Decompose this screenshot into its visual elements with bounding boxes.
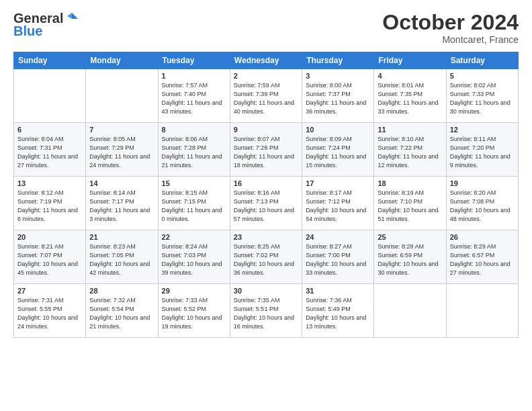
calendar-cell bbox=[86, 69, 158, 123]
calendar-cell: 29Sunrise: 7:33 AM Sunset: 5:52 PM Dayli… bbox=[158, 284, 230, 338]
calendar-cell: 10Sunrise: 8:09 AM Sunset: 7:24 PM Dayli… bbox=[302, 123, 374, 177]
calendar-cell: 5Sunrise: 8:02 AM Sunset: 7:33 PM Daylig… bbox=[446, 69, 518, 123]
calendar-table: Sunday Monday Tuesday Wednesday Thursday… bbox=[13, 52, 519, 338]
day-number: 15 bbox=[162, 179, 226, 187]
calendar-cell: 4Sunrise: 8:01 AM Sunset: 7:35 PM Daylig… bbox=[374, 69, 446, 123]
week-row-3: 13Sunrise: 8:12 AM Sunset: 7:19 PM Dayli… bbox=[14, 177, 519, 230]
day-number: 25 bbox=[378, 233, 442, 241]
col-sunday: Sunday bbox=[14, 52, 86, 69]
calendar-cell: 15Sunrise: 8:15 AM Sunset: 7:15 PM Dayli… bbox=[158, 177, 230, 230]
day-info: Sunrise: 7:59 AM Sunset: 7:39 PM Dayligh… bbox=[234, 81, 298, 116]
month-title: October 2024 bbox=[382, 11, 519, 34]
calendar-cell: 11Sunrise: 8:10 AM Sunset: 7:22 PM Dayli… bbox=[374, 123, 446, 177]
calendar-cell: 7Sunrise: 8:05 AM Sunset: 7:29 PM Daylig… bbox=[86, 123, 158, 177]
col-tuesday: Tuesday bbox=[158, 52, 230, 69]
day-info: Sunrise: 7:36 AM Sunset: 5:49 PM Dayligh… bbox=[306, 296, 370, 331]
svg-marker-0 bbox=[72, 13, 78, 19]
calendar-cell: 25Sunrise: 8:28 AM Sunset: 6:59 PM Dayli… bbox=[374, 230, 446, 284]
day-info: Sunrise: 8:27 AM Sunset: 7:00 PM Dayligh… bbox=[306, 242, 370, 277]
day-number: 1 bbox=[162, 72, 226, 80]
day-info: Sunrise: 8:12 AM Sunset: 7:19 PM Dayligh… bbox=[17, 189, 82, 224]
col-monday: Monday bbox=[86, 52, 158, 69]
day-info: Sunrise: 8:11 AM Sunset: 7:20 PM Dayligh… bbox=[450, 135, 515, 170]
calendar-cell: 31Sunrise: 7:36 AM Sunset: 5:49 PM Dayli… bbox=[302, 284, 374, 338]
day-number: 27 bbox=[17, 287, 82, 295]
calendar-cell: 24Sunrise: 8:27 AM Sunset: 7:00 PM Dayli… bbox=[302, 230, 374, 284]
day-number: 31 bbox=[306, 287, 370, 295]
day-number: 13 bbox=[17, 179, 82, 187]
day-number: 26 bbox=[450, 233, 515, 241]
day-info: Sunrise: 8:21 AM Sunset: 7:07 PM Dayligh… bbox=[17, 242, 82, 277]
calendar-cell: 22Sunrise: 8:24 AM Sunset: 7:03 PM Dayli… bbox=[158, 230, 230, 284]
header-row: Sunday Monday Tuesday Wednesday Thursday… bbox=[14, 52, 519, 69]
day-number: 6 bbox=[17, 126, 82, 134]
day-number: 16 bbox=[234, 179, 298, 187]
calendar-cell: 23Sunrise: 8:25 AM Sunset: 7:02 PM Dayli… bbox=[230, 230, 302, 284]
calendar-cell: 19Sunrise: 8:20 AM Sunset: 7:08 PM Dayli… bbox=[446, 177, 518, 230]
week-row-4: 20Sunrise: 8:21 AM Sunset: 7:07 PM Dayli… bbox=[14, 230, 519, 284]
day-info: Sunrise: 8:20 AM Sunset: 7:08 PM Dayligh… bbox=[450, 189, 515, 224]
logo-blue-text: Blue bbox=[13, 24, 42, 39]
calendar-cell bbox=[374, 284, 446, 338]
day-info: Sunrise: 8:24 AM Sunset: 7:03 PM Dayligh… bbox=[162, 242, 226, 277]
logo-icon bbox=[64, 11, 79, 26]
day-number: 29 bbox=[162, 287, 226, 295]
day-number: 17 bbox=[306, 179, 370, 187]
calendar-cell: 8Sunrise: 8:06 AM Sunset: 7:28 PM Daylig… bbox=[158, 123, 230, 177]
col-wednesday: Wednesday bbox=[230, 52, 302, 69]
day-info: Sunrise: 8:09 AM Sunset: 7:24 PM Dayligh… bbox=[306, 135, 370, 170]
calendar-cell: 6Sunrise: 8:04 AM Sunset: 7:31 PM Daylig… bbox=[14, 123, 86, 177]
calendar-cell: 30Sunrise: 7:35 AM Sunset: 5:51 PM Dayli… bbox=[230, 284, 302, 338]
day-number: 22 bbox=[162, 233, 226, 241]
calendar-cell: 26Sunrise: 8:29 AM Sunset: 6:57 PM Dayli… bbox=[446, 230, 518, 284]
calendar-cell: 12Sunrise: 8:11 AM Sunset: 7:20 PM Dayli… bbox=[446, 123, 518, 177]
day-info: Sunrise: 8:02 AM Sunset: 7:33 PM Dayligh… bbox=[450, 81, 515, 116]
day-info: Sunrise: 7:57 AM Sunset: 7:40 PM Dayligh… bbox=[162, 81, 226, 116]
calendar-cell: 18Sunrise: 8:19 AM Sunset: 7:10 PM Dayli… bbox=[374, 177, 446, 230]
svg-marker-1 bbox=[67, 13, 72, 19]
day-info: Sunrise: 8:23 AM Sunset: 7:05 PM Dayligh… bbox=[89, 242, 154, 277]
day-number: 18 bbox=[378, 179, 442, 187]
calendar-cell: 9Sunrise: 8:07 AM Sunset: 7:26 PM Daylig… bbox=[230, 123, 302, 177]
day-number: 14 bbox=[89, 179, 154, 187]
title-section: October 2024 Montcaret, France bbox=[382, 11, 519, 45]
day-number: 24 bbox=[306, 233, 370, 241]
col-friday: Friday bbox=[374, 52, 446, 69]
col-thursday: Thursday bbox=[302, 52, 374, 69]
calendar-cell: 16Sunrise: 8:16 AM Sunset: 7:13 PM Dayli… bbox=[230, 177, 302, 230]
col-saturday: Saturday bbox=[446, 52, 518, 69]
day-info: Sunrise: 8:10 AM Sunset: 7:22 PM Dayligh… bbox=[378, 135, 442, 170]
day-number: 5 bbox=[450, 72, 515, 80]
calendar-cell: 17Sunrise: 8:17 AM Sunset: 7:12 PM Dayli… bbox=[302, 177, 374, 230]
day-number: 12 bbox=[450, 126, 515, 134]
day-info: Sunrise: 8:28 AM Sunset: 6:59 PM Dayligh… bbox=[378, 242, 442, 277]
header: General Blue October 2024 Montcaret, Fra… bbox=[13, 11, 519, 45]
day-info: Sunrise: 8:06 AM Sunset: 7:28 PM Dayligh… bbox=[162, 135, 226, 170]
day-info: Sunrise: 8:01 AM Sunset: 7:35 PM Dayligh… bbox=[378, 81, 442, 116]
day-info: Sunrise: 8:15 AM Sunset: 7:15 PM Dayligh… bbox=[162, 189, 226, 224]
day-info: Sunrise: 8:16 AM Sunset: 7:13 PM Dayligh… bbox=[234, 189, 298, 224]
day-number: 8 bbox=[162, 126, 226, 134]
day-info: Sunrise: 7:32 AM Sunset: 5:54 PM Dayligh… bbox=[89, 296, 154, 331]
day-number: 7 bbox=[89, 126, 154, 134]
calendar-cell: 14Sunrise: 8:14 AM Sunset: 7:17 PM Dayli… bbox=[86, 177, 158, 230]
week-row-1: 1Sunrise: 7:57 AM Sunset: 7:40 PM Daylig… bbox=[14, 69, 519, 123]
calendar-cell bbox=[14, 69, 86, 123]
calendar-cell: 1Sunrise: 7:57 AM Sunset: 7:40 PM Daylig… bbox=[158, 69, 230, 123]
day-number: 11 bbox=[378, 126, 442, 134]
calendar-cell bbox=[446, 284, 518, 338]
day-info: Sunrise: 8:00 AM Sunset: 7:37 PM Dayligh… bbox=[306, 81, 370, 116]
calendar-page: General Blue October 2024 Montcaret, Fra… bbox=[0, 0, 532, 411]
day-number: 9 bbox=[234, 126, 298, 134]
location: Montcaret, France bbox=[382, 34, 519, 45]
day-info: Sunrise: 8:25 AM Sunset: 7:02 PM Dayligh… bbox=[234, 242, 298, 277]
day-number: 28 bbox=[89, 287, 154, 295]
day-number: 3 bbox=[306, 72, 370, 80]
calendar-cell: 28Sunrise: 7:32 AM Sunset: 5:54 PM Dayli… bbox=[86, 284, 158, 338]
day-number: 20 bbox=[17, 233, 82, 241]
day-info: Sunrise: 8:29 AM Sunset: 6:57 PM Dayligh… bbox=[450, 242, 515, 277]
day-info: Sunrise: 7:33 AM Sunset: 5:52 PM Dayligh… bbox=[162, 296, 226, 331]
logo: General Blue bbox=[13, 11, 79, 39]
day-info: Sunrise: 7:35 AM Sunset: 5:51 PM Dayligh… bbox=[234, 296, 298, 331]
day-number: 21 bbox=[89, 233, 154, 241]
